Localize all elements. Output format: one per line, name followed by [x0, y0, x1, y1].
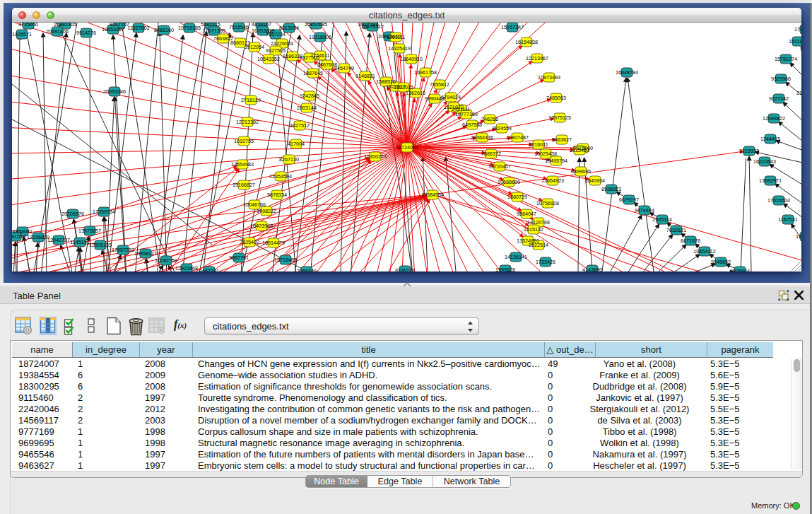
svg-text:1405571: 1405571	[12, 31, 32, 37]
svg-text:18724007: 18724007	[396, 144, 418, 151]
svg-text:1498222: 1498222	[257, 208, 276, 214]
svg-text:9914276: 9914276	[76, 30, 96, 36]
svg-text:7754611: 7754611	[310, 52, 329, 59]
svg-text:1640954: 1640954	[585, 177, 605, 184]
svg-text:7632621: 7632621	[666, 227, 686, 233]
svg-text:15300273: 15300273	[364, 153, 387, 160]
svg-text:16210643: 16210643	[753, 158, 776, 165]
svg-text:12213967: 12213967	[526, 55, 548, 62]
svg-text:10958127: 10958127	[134, 250, 157, 257]
svg-text:7857234: 7857234	[266, 31, 286, 37]
svg-text:1890399: 1890399	[796, 233, 801, 240]
svg-text:6497568: 6497568	[462, 122, 482, 128]
svg-text:13692971: 13692971	[759, 177, 782, 184]
svg-text:8813054: 8813054	[279, 25, 299, 31]
svg-text:20691406: 20691406	[46, 28, 69, 35]
svg-text:3115463: 3115463	[570, 147, 589, 153]
svg-text:16403948: 16403948	[250, 223, 273, 229]
svg-text:1615132: 1615132	[524, 226, 543, 233]
svg-text:4735650: 4735650	[18, 23, 38, 28]
svg-text:10756928: 10756928	[536, 200, 559, 206]
svg-text:12156829: 12156829	[27, 234, 49, 240]
svg-text:12923448: 12923448	[175, 265, 198, 271]
svg-text:746266: 746266	[481, 116, 498, 122]
svg-text:1362615: 1362615	[406, 90, 425, 96]
svg-text:12942737: 12942737	[47, 237, 70, 243]
svg-text:13716485: 13716485	[274, 257, 297, 263]
svg-text:8471676: 8471676	[681, 238, 700, 244]
svg-text:10671385: 10671385	[203, 28, 225, 34]
svg-text:4143890: 4143890	[582, 267, 602, 272]
svg-text:21200396: 21200396	[796, 90, 801, 96]
svg-text:16961758: 16961758	[414, 69, 437, 76]
svg-text:12093822: 12093822	[763, 115, 785, 122]
svg-text:8454749: 8454749	[334, 65, 354, 71]
svg-text:1010755: 1010755	[234, 138, 254, 144]
svg-text:20206576: 20206576	[61, 211, 84, 217]
svg-text:6216011: 6216011	[529, 141, 548, 148]
svg-text:9227342: 9227342	[769, 95, 789, 102]
svg-text:2803144: 2803144	[297, 105, 317, 111]
svg-text:16154838: 16154838	[515, 39, 538, 45]
svg-text:3215933: 3215933	[739, 148, 759, 154]
svg-text:9657791: 9657791	[199, 268, 219, 272]
svg-text:14325419: 14325419	[388, 45, 411, 52]
svg-text:1999828: 1999828	[495, 267, 515, 272]
svg-text:7515546: 7515546	[229, 24, 249, 30]
svg-text:3427512: 3427512	[290, 122, 310, 129]
svg-text:6899695: 6899695	[571, 168, 591, 175]
svg-text:1511111: 1511111	[789, 38, 801, 45]
svg-text:2935114: 2935114	[652, 216, 671, 223]
svg-text:25852685: 25852685	[305, 23, 327, 28]
svg-text:19495794: 19495794	[545, 158, 567, 164]
svg-text:417004: 417004	[288, 141, 305, 147]
svg-text:7485063: 7485063	[546, 95, 566, 101]
svg-text:15720407: 15720407	[488, 163, 511, 170]
svg-text:1145193: 1145193	[70, 239, 89, 245]
svg-text:17956909: 17956909	[794, 26, 801, 33]
svg-text:14136141: 14136141	[505, 254, 527, 260]
svg-text:3824554: 3824554	[492, 125, 512, 132]
svg-text:17957253: 17957253	[112, 247, 134, 253]
svg-text:12505135: 12505135	[89, 242, 112, 248]
svg-text:19777169: 19777169	[455, 111, 478, 117]
svg-text:7886372: 7886372	[481, 151, 501, 157]
svg-text:9657791: 9657791	[229, 255, 249, 261]
svg-text:5878334: 5878334	[267, 192, 287, 198]
svg-text:14120746: 14120746	[527, 219, 550, 226]
svg-text:20876512: 20876512	[361, 23, 384, 30]
svg-text:10654112: 10654112	[693, 248, 715, 255]
svg-text:1322015: 1322015	[394, 84, 413, 90]
svg-text:1167531: 1167531	[778, 216, 797, 223]
svg-text:9474444: 9474444	[635, 207, 654, 214]
svg-text:8466160: 8466160	[154, 27, 174, 33]
svg-text:19218906: 19218906	[309, 34, 331, 40]
svg-text:13975857: 13975857	[78, 228, 101, 234]
svg-text:6463627: 6463627	[552, 136, 572, 143]
svg-text:20053346: 20053346	[103, 88, 126, 95]
svg-text:9242845: 9242845	[300, 93, 319, 99]
svg-text:1887645: 1887645	[303, 70, 323, 76]
svg-text:2718129: 2718129	[241, 97, 261, 103]
svg-text:16648784: 16648784	[616, 69, 638, 76]
svg-text:10973493: 10973493	[538, 74, 560, 81]
svg-text:6679197: 6679197	[619, 197, 639, 203]
svg-text:2522514: 2522514	[529, 242, 548, 248]
svg-text:7955812: 7955812	[430, 81, 449, 88]
svg-text:10543352: 10543352	[257, 56, 280, 62]
svg-text:19166827: 19166827	[233, 182, 255, 188]
svg-text:10807487: 10807487	[506, 134, 529, 141]
svg-text:6794024: 6794024	[441, 94, 461, 100]
svg-text:13654923: 13654923	[541, 177, 564, 184]
svg-text:8806804: 8806804	[730, 268, 750, 272]
svg-text:10653267: 10653267	[102, 26, 124, 33]
svg-text:19384554: 19384554	[421, 192, 444, 198]
svg-text:1733426: 1733426	[536, 259, 555, 265]
svg-text:10688609: 10688609	[498, 179, 520, 185]
svg-text:17359934: 17359934	[93, 209, 115, 215]
svg-text:20364436: 20364436	[471, 134, 493, 141]
svg-text:1880729: 1880729	[507, 194, 527, 200]
svg-text:10025438: 10025438	[534, 151, 557, 157]
svg-text:1391554: 1391554	[12, 233, 25, 240]
svg-text:9245652: 9245652	[711, 259, 731, 265]
